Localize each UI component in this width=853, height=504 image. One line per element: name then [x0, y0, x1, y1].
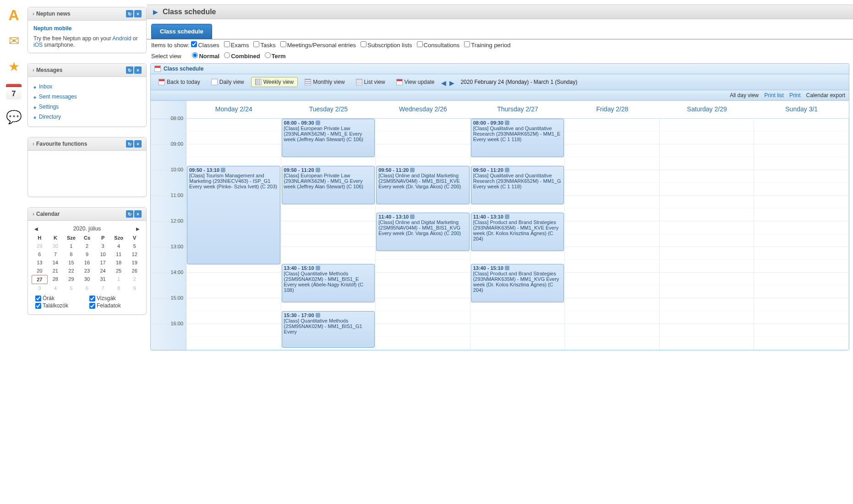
filter-checkbox[interactable]: [253, 41, 259, 47]
next-week-button[interactable]: ▶: [449, 79, 455, 85]
cal-cell[interactable]: 24: [95, 267, 111, 275]
cal-cell[interactable]: 25: [111, 267, 127, 275]
prev-month-button[interactable]: ◀: [34, 226, 38, 231]
cal-cell[interactable]: 23: [79, 267, 95, 275]
filter-checkbox[interactable]: [224, 41, 230, 47]
all-day-view-button[interactable]: All day view: [730, 92, 759, 99]
list-view-button[interactable]: List view: [352, 77, 389, 87]
view-radio[interactable]: [224, 52, 230, 58]
refresh-icon[interactable]: ↻: [126, 140, 133, 148]
cal-cell[interactable]: 1: [111, 275, 127, 284]
messages-link-2[interactable]: Settings: [39, 104, 59, 110]
filter-checkbox[interactable]: [361, 41, 366, 47]
cal-check[interactable]: [89, 296, 95, 301]
cal-cell[interactable]: 26: [126, 267, 142, 275]
filter-checkbox[interactable]: [464, 41, 470, 47]
cal-cell[interactable]: 9: [126, 284, 142, 292]
filter-checkbox[interactable]: [280, 41, 286, 47]
cal-cell[interactable]: 28: [48, 275, 64, 284]
event[interactable]: 11:40 - 13:10[Class] Online and Digital …: [376, 213, 470, 251]
cal-cell[interactable]: 14: [48, 258, 64, 267]
tab-class-schedule[interactable]: Class schedule: [151, 24, 212, 39]
view-radio[interactable]: [192, 52, 198, 58]
event[interactable]: 09:50 - 11:20[Class] European Private La…: [282, 166, 375, 204]
android-link[interactable]: Android: [112, 35, 131, 42]
refresh-icon[interactable]: ↻: [126, 10, 133, 17]
back-to-today-button[interactable]: Back to today: [154, 77, 204, 87]
star-icon[interactable]: ★: [5, 58, 22, 75]
view-radio[interactable]: [265, 52, 271, 58]
cal-cell[interactable]: 30: [48, 242, 64, 250]
cal-cell[interactable]: 13: [32, 258, 48, 267]
cal-cell[interactable]: 20: [32, 267, 48, 275]
cal-cell[interactable]: 30: [79, 275, 95, 284]
cal-cell[interactable]: 17: [95, 258, 111, 267]
print-list-link[interactable]: Print list: [764, 92, 784, 99]
event[interactable]: 09:50 - 11:20[Class] Online and Digital …: [376, 166, 470, 204]
refresh-icon[interactable]: ↻: [126, 66, 133, 74]
event[interactable]: 08:00 - 09:30[Class] Qualitative and Qua…: [471, 119, 564, 157]
prev-week-button[interactable]: ◀: [441, 79, 447, 85]
cal-cell[interactable]: 21: [48, 267, 64, 275]
cal-cell[interactable]: 7: [95, 284, 111, 292]
cal-cell[interactable]: 5: [63, 284, 79, 292]
cal-cell[interactable]: 8: [111, 284, 127, 292]
cal-cell[interactable]: 12: [126, 250, 142, 258]
next-month-button[interactable]: ▶: [136, 226, 140, 231]
close-icon[interactable]: ×: [134, 10, 142, 17]
event[interactable]: 13:40 - 15:10[Class] Quantitative Method…: [282, 264, 375, 302]
app-icon-a[interactable]: A: [5, 7, 22, 23]
cal-cell[interactable]: 2: [126, 275, 142, 284]
calendar-export-button[interactable]: Calendar export: [806, 92, 845, 99]
daily-view-button[interactable]: Daily view: [207, 77, 248, 87]
refresh-icon[interactable]: ↻: [126, 210, 133, 218]
event[interactable]: 11:40 - 13:10[Class] Product and Brand S…: [471, 213, 564, 251]
event[interactable]: 08:00 - 09:30[Class] European Private La…: [282, 119, 375, 157]
cal-cell[interactable]: 29: [63, 275, 79, 284]
messages-link-1[interactable]: Sent messages: [39, 93, 77, 100]
cal-cell[interactable]: 7: [48, 250, 64, 258]
cal-cell[interactable]: 10: [95, 250, 111, 258]
cal-cell[interactable]: 4: [111, 242, 127, 250]
event[interactable]: 09:50 - 13:10[Class] Tourism Management …: [187, 166, 280, 264]
weekly-view-button[interactable]: Weekly view: [251, 77, 298, 87]
cal-cell[interactable]: 1: [63, 242, 79, 250]
cal-cell[interactable]: 29: [32, 242, 48, 250]
filter-checkbox[interactable]: [417, 41, 423, 47]
monthly-view-button[interactable]: Monthly view: [301, 77, 349, 87]
cal-cell[interactable]: 3: [95, 242, 111, 250]
cal-check[interactable]: [35, 303, 41, 309]
cal-cell[interactable]: 9: [79, 250, 95, 258]
cal-check[interactable]: [89, 303, 95, 309]
cal-cell[interactable]: 6: [32, 250, 48, 258]
cal-cell[interactable]: 6: [79, 284, 95, 292]
cal-cell[interactable]: 19: [126, 258, 142, 267]
event[interactable]: 09:50 - 11:20[Class] Qualitative and Qua…: [471, 166, 564, 204]
cal-cell[interactable]: 8: [63, 250, 79, 258]
cal-cell[interactable]: 3: [32, 284, 48, 292]
view-update-button[interactable]: View update: [392, 77, 439, 87]
cal-cell[interactable]: 15: [63, 258, 79, 267]
cal-cell[interactable]: 22: [63, 267, 79, 275]
cal-cell[interactable]: 5: [126, 242, 142, 250]
close-icon[interactable]: ×: [134, 66, 142, 74]
forum-icon[interactable]: 💬: [5, 109, 22, 125]
messages-link-0[interactable]: Inbox: [39, 83, 52, 90]
cal-cell[interactable]: 2: [79, 242, 95, 250]
close-icon[interactable]: ×: [134, 140, 142, 148]
cal-cell[interactable]: 31: [95, 275, 111, 284]
cal-check[interactable]: [35, 296, 41, 301]
cal-cell[interactable]: 11: [111, 250, 127, 258]
close-icon[interactable]: ×: [134, 210, 142, 218]
cal-cell[interactable]: 27: [32, 275, 48, 284]
cal-cell[interactable]: 16: [79, 258, 95, 267]
cal-cell[interactable]: 4: [48, 284, 64, 292]
print-link[interactable]: Print: [789, 92, 801, 99]
calendar-icon[interactable]: 7: [6, 84, 22, 99]
messages-link-3[interactable]: Directory: [39, 114, 61, 120]
ios-link[interactable]: iOS: [33, 42, 43, 48]
filter-checkbox[interactable]: [191, 41, 197, 47]
event[interactable]: 15:30 - 17:00[Class] Quantitative Method…: [282, 311, 375, 348]
cal-cell[interactable]: 18: [111, 258, 127, 267]
mail-icon[interactable]: ✉: [5, 33, 22, 49]
